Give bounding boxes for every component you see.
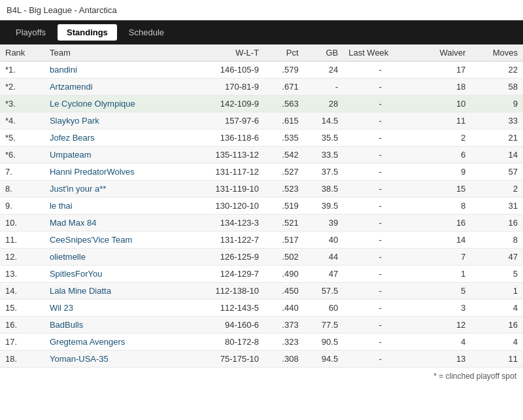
- cell-wlt: 130-120-10: [185, 198, 264, 215]
- cell-pct: .521: [264, 215, 304, 232]
- cell-waiver: 14: [417, 232, 471, 249]
- cell-wlt: 75-175-10: [185, 351, 264, 368]
- cell-wlt: 124-129-7: [185, 266, 264, 283]
- team-link[interactable]: Gregtema Avengers: [50, 337, 125, 347]
- team-link[interactable]: Lala Mine Diatta: [50, 286, 111, 296]
- cell-waiver: 5: [417, 283, 471, 300]
- cell-gb: 28: [304, 96, 344, 113]
- nav-schedule[interactable]: Schedule: [120, 24, 173, 41]
- cell-moves: 4: [471, 334, 523, 351]
- cell-pct: .323: [264, 334, 304, 351]
- header-rank: Rank: [0, 44, 44, 61]
- team-link[interactable]: Artzamendi: [50, 82, 93, 92]
- team-link[interactable]: Mad Max 84: [50, 218, 97, 228]
- table-row: 9. le thai 130-120-10 .519 39.5 - 8 31: [0, 198, 523, 215]
- cell-rank: 13.: [0, 266, 44, 283]
- cell-pct: .671: [264, 79, 304, 96]
- cell-waiver: 8: [417, 198, 471, 215]
- cell-pct: .542: [264, 147, 304, 164]
- header-moves: Moves: [471, 44, 523, 61]
- cell-gb: 40: [304, 232, 344, 249]
- cell-team: SpitlesForYou: [44, 266, 185, 283]
- header-pct: Pct: [264, 44, 304, 61]
- cell-waiver: 18: [417, 79, 471, 96]
- cell-lastweek: -: [343, 317, 417, 334]
- cell-team: Slaykyo Park: [44, 113, 185, 130]
- cell-wlt: 146-105-9: [185, 61, 264, 79]
- nav-playoffs[interactable]: Playoffs: [7, 24, 55, 41]
- cell-lastweek: -: [343, 283, 417, 300]
- page-title: B4L - Big League - Antarctica: [0, 0, 523, 20]
- cell-team: Artzamendi: [44, 79, 185, 96]
- cell-rank: 7.: [0, 164, 44, 181]
- table-row: 16. BadBulls 94-160-6 .373 77.5 - 12 16: [0, 317, 523, 334]
- cell-pct: .490: [264, 266, 304, 283]
- cell-rank: *1.: [0, 61, 44, 79]
- team-link[interactable]: Le Cyclone Olympique: [50, 99, 135, 109]
- cell-lastweek: -: [343, 130, 417, 147]
- cell-lastweek: -: [343, 198, 417, 215]
- team-link[interactable]: SpitlesForYou: [50, 269, 102, 279]
- cell-gb: 35.5: [304, 130, 344, 147]
- team-link[interactable]: BadBulls: [50, 320, 83, 330]
- cell-lastweek: -: [343, 61, 417, 79]
- cell-waiver: 11: [417, 113, 471, 130]
- cell-moves: 22: [471, 61, 523, 79]
- cell-rank: *5.: [0, 130, 44, 147]
- team-link[interactable]: Wil 23: [50, 303, 73, 313]
- cell-team: Lala Mine Diatta: [44, 283, 185, 300]
- cell-team: Umpateam: [44, 147, 185, 164]
- table-row: 8. Just'in your a** 131-119-10 .523 38.5…: [0, 181, 523, 198]
- team-link[interactable]: le thai: [50, 201, 73, 211]
- table-row: 13. SpitlesForYou 124-129-7 .490 47 - 1 …: [0, 266, 523, 283]
- team-link[interactable]: Slaykyo Park: [50, 116, 99, 126]
- cell-gb: 47: [304, 266, 344, 283]
- footnote: * = clinched playoff spot: [0, 368, 523, 385]
- cell-gb: 57.5: [304, 283, 344, 300]
- team-link[interactable]: Just'in your a**: [50, 184, 106, 194]
- cell-rank: 8.: [0, 181, 44, 198]
- cell-waiver: 16: [417, 215, 471, 232]
- cell-moves: 47: [471, 249, 523, 266]
- cell-pct: .523: [264, 181, 304, 198]
- cell-lastweek: -: [343, 351, 417, 368]
- cell-lastweek: -: [343, 249, 417, 266]
- cell-wlt: 126-125-9: [185, 249, 264, 266]
- cell-gb: 44: [304, 249, 344, 266]
- team-link[interactable]: Yoman-USA-35: [50, 354, 109, 364]
- cell-lastweek: -: [343, 232, 417, 249]
- cell-lastweek: -: [343, 96, 417, 113]
- team-link[interactable]: olietmelle: [50, 252, 86, 262]
- cell-waiver: 2: [417, 130, 471, 147]
- team-link[interactable]: bandini: [50, 65, 77, 75]
- cell-gb: 60: [304, 300, 344, 317]
- cell-wlt: 142-109-9: [185, 96, 264, 113]
- team-link[interactable]: Umpateam: [50, 150, 92, 160]
- cell-waiver: 10: [417, 96, 471, 113]
- cell-rank: 12.: [0, 249, 44, 266]
- cell-gb: 38.5: [304, 181, 344, 198]
- cell-gb: 24: [304, 61, 344, 79]
- team-link[interactable]: Hanni PredatorWolves: [50, 167, 135, 177]
- cell-lastweek: -: [343, 147, 417, 164]
- team-link[interactable]: CeeSnipes'Vice Team: [50, 235, 132, 245]
- header-gb: GB: [304, 44, 344, 61]
- table-header-row: Rank Team W-L-T Pct GB Last Week Waiver …: [0, 44, 523, 61]
- table-row: *1. bandini 146-105-9 .579 24 - 17 22: [0, 61, 523, 79]
- cell-gb: 77.5: [304, 317, 344, 334]
- nav-bar: Playoffs Standings Schedule: [0, 20, 523, 44]
- nav-standings[interactable]: Standings: [58, 24, 117, 41]
- table-row: *2. Artzamendi 170-81-9 .671 - - 18 58: [0, 79, 523, 96]
- table-row: 17. Gregtema Avengers 80-172-8 .323 90.5…: [0, 334, 523, 351]
- cell-team: Just'in your a**: [44, 181, 185, 198]
- cell-rank: 15.: [0, 300, 44, 317]
- table-row: *4. Slaykyo Park 157-97-6 .615 14.5 - 11…: [0, 113, 523, 130]
- table-row: 14. Lala Mine Diatta 112-138-10 .450 57.…: [0, 283, 523, 300]
- team-link[interactable]: Jofez Bears: [50, 133, 95, 143]
- cell-pct: .579: [264, 61, 304, 79]
- cell-pct: .563: [264, 96, 304, 113]
- cell-team: Hanni PredatorWolves: [44, 164, 185, 181]
- cell-waiver: 9: [417, 164, 471, 181]
- cell-waiver: 6: [417, 147, 471, 164]
- cell-wlt: 131-117-12: [185, 164, 264, 181]
